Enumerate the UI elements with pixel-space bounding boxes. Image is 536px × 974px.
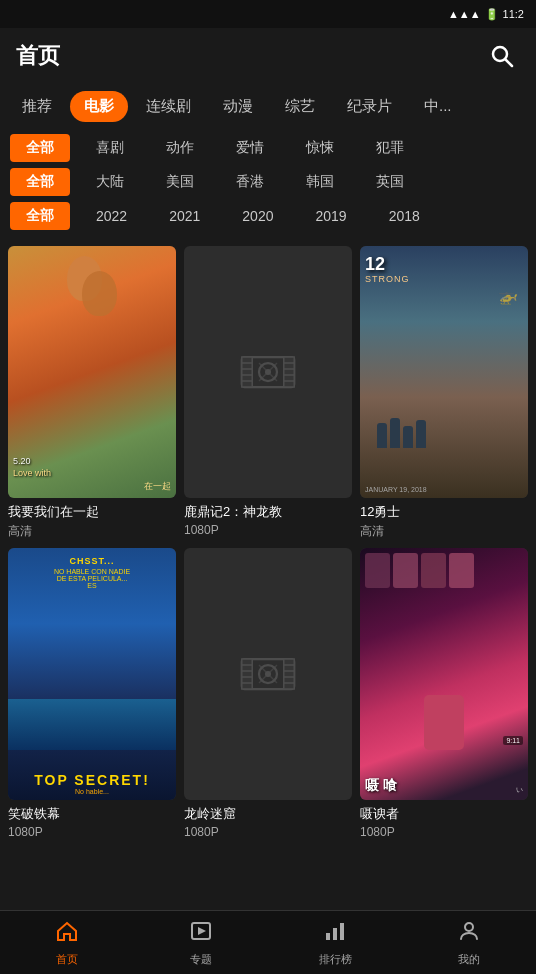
region-filter-usa[interactable]: 美国 [150,168,210,196]
svg-line-1 [506,60,513,67]
bottom-nav: 首页 专题 排行榜 我的 [0,910,536,974]
year-filter-2019[interactable]: 2019 [299,203,362,229]
wifi-icon: ▲▲▲ [448,8,481,20]
svg-marker-33 [198,927,206,935]
page-title: 首页 [16,41,60,71]
tab-movie[interactable]: 电影 [70,91,128,122]
bottom-nav-featured[interactable]: 专题 [134,919,268,967]
bottom-nav-profile[interactable]: 我的 [402,919,536,967]
tab-anime[interactable]: 动漫 [209,91,267,122]
bottom-nav-featured-label: 专题 [190,952,212,967]
year-filter-2022[interactable]: 2022 [80,203,143,229]
region-filter-all[interactable]: 全部 [10,168,70,196]
year-filter-all[interactable]: 全部 [10,202,70,230]
svg-rect-34 [326,933,330,940]
genre-filter-all[interactable]: 全部 [10,134,70,162]
bottom-nav-profile-label: 我的 [458,952,480,967]
bottom-nav-ranking[interactable]: 排行榜 [268,919,402,967]
list-item[interactable]: 龙岭迷窟 1080P [184,548,352,839]
filter-section: 全部 喜剧 动作 爱情 惊悚 犯罪 全部 大陆 美国 香港 韩国 英国 全部 2… [0,128,536,236]
year-filter-2018[interactable]: 2018 [373,203,436,229]
genre-filter-comedy[interactable]: 喜剧 [80,134,140,162]
genre-filter-action[interactable]: 动作 [150,134,210,162]
header: 首页 [0,28,536,84]
svg-rect-19 [284,659,295,689]
year-filter-2020[interactable]: 2020 [226,203,289,229]
svg-point-37 [465,923,473,931]
bottom-nav-home[interactable]: 首页 [0,919,134,967]
movie-quality: 高清 [8,523,176,540]
tab-recommend[interactable]: 推荐 [8,91,66,122]
tab-variety[interactable]: 综艺 [271,91,329,122]
battery-icon: 🔋 [485,8,499,21]
home-icon [55,919,79,949]
movie-title: 我要我们在一起 [8,503,176,521]
region-filter-row: 全部 大陆 美国 香港 韩国 英国 [10,168,526,196]
svg-rect-36 [340,923,344,940]
region-filter-mainland[interactable]: 大陆 [80,168,140,196]
genre-filter-crime[interactable]: 犯罪 [360,134,420,162]
list-item[interactable]: 鹿鼎记2：神龙教 1080P [184,246,352,540]
movie-title: 嗫谀者 [360,805,528,823]
year-filter-row: 全部 2022 2021 2020 2019 2018 [10,202,526,230]
list-item[interactable]: CHSST... NO HABLE CON NADIEDE ESTA PELIC… [8,548,176,839]
movie-quality: 1080P [8,825,176,839]
movie-grid: 5.20 Love with 在一起 我要我们在一起 高清 [0,236,536,849]
region-filter-uk[interactable]: 英国 [360,168,420,196]
svg-rect-35 [333,928,337,940]
tab-other[interactable]: 中... [410,91,466,122]
search-button[interactable] [484,38,520,74]
genre-filter-romance[interactable]: 爱情 [220,134,280,162]
status-bar: ▲▲▲ 🔋 11:2 [0,0,536,28]
movie-quality: 1080P [184,825,352,839]
svg-rect-3 [242,357,253,387]
search-icon [490,44,514,68]
svg-rect-4 [284,357,295,387]
movie-quality: 1080P [184,523,352,537]
user-icon [457,919,481,949]
play-icon [189,919,213,949]
genre-filter-row: 全部 喜剧 动作 爱情 惊悚 犯罪 [10,134,526,162]
nav-tabs: 推荐 电影 连续剧 动漫 综艺 纪录片 中... [0,84,536,128]
list-item[interactable]: 嗫 喰 い 9:11 嗫谀者 1080P [360,548,528,839]
bottom-nav-home-label: 首页 [56,952,78,967]
list-item[interactable]: 12 STRONG JANUARY 19, 2018 🚁 12勇士 高清 [360,246,528,540]
movie-quality: 高清 [360,523,528,540]
year-filter-2021[interactable]: 2021 [153,203,216,229]
film-placeholder-icon [238,342,298,402]
tab-series[interactable]: 连续剧 [132,91,205,122]
region-filter-hk[interactable]: 香港 [220,168,280,196]
tab-documentary[interactable]: 纪录片 [333,91,406,122]
film-placeholder-icon [238,644,298,704]
movie-title: 龙岭迷窟 [184,805,352,823]
list-item[interactable]: 5.20 Love with 在一起 我要我们在一起 高清 [8,246,176,540]
svg-rect-18 [242,659,253,689]
chart-icon [323,919,347,949]
time-display: 11:2 [503,8,524,20]
movie-title: 12勇士 [360,503,528,521]
genre-filter-thriller[interactable]: 惊悚 [290,134,350,162]
region-filter-korea[interactable]: 韩国 [290,168,350,196]
bottom-nav-ranking-label: 排行榜 [319,952,352,967]
movie-title: 笑破铁幕 [8,805,176,823]
movie-title: 鹿鼎记2：神龙教 [184,503,352,521]
movie-quality: 1080P [360,825,528,839]
